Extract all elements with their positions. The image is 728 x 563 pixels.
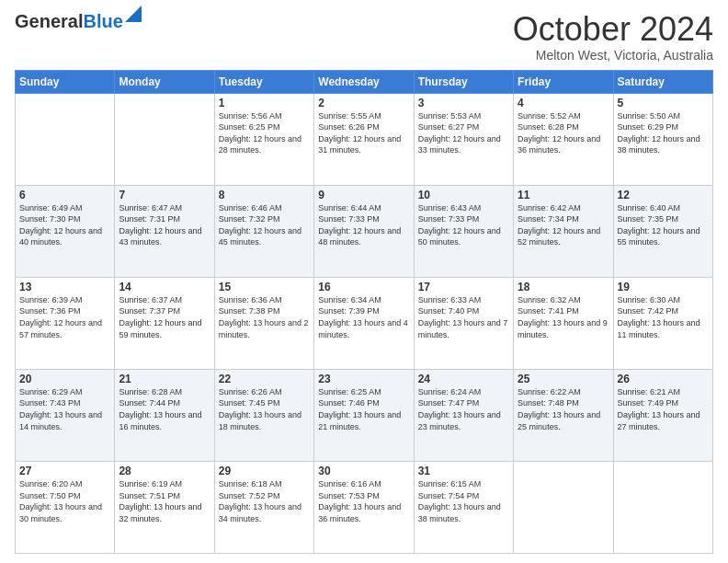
table-row: 25Sunrise: 6:22 AMSunset: 7:48 PMDayligh… — [514, 369, 613, 461]
logo: GeneralBlue — [15, 11, 123, 32]
col-thursday: Thursday — [414, 70, 513, 93]
calendar-header-row: Sunday Monday Tuesday Wednesday Thursday… — [16, 70, 713, 93]
table-row: 23Sunrise: 6:25 AMSunset: 7:46 PMDayligh… — [314, 369, 414, 461]
day-info: Sunrise: 6:33 AMSunset: 7:40 PMDaylight:… — [418, 294, 509, 340]
page: GeneralBlue October 2024 Melton West, Vi… — [0, 0, 728, 563]
table-row: 10Sunrise: 6:43 AMSunset: 7:33 PMDayligh… — [414, 185, 513, 277]
day-number: 25 — [518, 373, 609, 385]
day-number: 17 — [418, 281, 509, 293]
logo-icon — [125, 6, 142, 22]
table-row: 2Sunrise: 5:55 AMSunset: 6:26 PMDaylight… — [314, 93, 414, 185]
table-row: 17Sunrise: 6:33 AMSunset: 7:40 PMDayligh… — [414, 277, 513, 369]
day-info: Sunrise: 6:44 AMSunset: 7:33 PMDaylight:… — [318, 202, 409, 248]
table-row: 16Sunrise: 6:34 AMSunset: 7:39 PMDayligh… — [314, 277, 414, 369]
day-info: Sunrise: 6:49 AMSunset: 7:30 PMDaylight:… — [19, 202, 110, 248]
calendar-week-row: 20Sunrise: 6:29 AMSunset: 7:43 PMDayligh… — [16, 369, 713, 461]
table-row: 8Sunrise: 6:46 AMSunset: 7:32 PMDaylight… — [214, 185, 313, 277]
day-info: Sunrise: 5:50 AMSunset: 6:29 PMDaylight:… — [618, 110, 709, 156]
table-row: 9Sunrise: 6:44 AMSunset: 7:33 PMDaylight… — [314, 185, 414, 277]
day-number: 6 — [19, 189, 110, 201]
day-number: 2 — [318, 97, 409, 109]
logo-blue: Blue — [83, 11, 122, 31]
day-number: 23 — [318, 373, 409, 385]
day-number: 1 — [219, 97, 310, 109]
day-number: 30 — [318, 465, 409, 477]
table-row: 18Sunrise: 6:32 AMSunset: 7:41 PMDayligh… — [514, 277, 613, 369]
day-info: Sunrise: 6:26 AMSunset: 7:45 PMDaylight:… — [219, 386, 310, 432]
calendar-table: Sunday Monday Tuesday Wednesday Thursday… — [15, 70, 713, 554]
table-row: 21Sunrise: 6:28 AMSunset: 7:44 PMDayligh… — [115, 369, 214, 461]
table-row: 13Sunrise: 6:39 AMSunset: 7:36 PMDayligh… — [16, 277, 115, 369]
day-number: 10 — [418, 189, 509, 201]
col-tuesday: Tuesday — [214, 70, 313, 93]
day-info: Sunrise: 5:52 AMSunset: 6:28 PMDaylight:… — [518, 110, 609, 156]
day-number: 22 — [219, 373, 310, 385]
col-friday: Friday — [514, 70, 613, 93]
day-number: 9 — [318, 189, 409, 201]
day-info: Sunrise: 6:15 AMSunset: 7:54 PMDaylight:… — [418, 478, 509, 524]
day-info: Sunrise: 6:36 AMSunset: 7:38 PMDaylight:… — [219, 294, 310, 340]
day-info: Sunrise: 6:30 AMSunset: 7:42 PMDaylight:… — [618, 294, 709, 340]
day-number: 14 — [119, 281, 210, 293]
day-info: Sunrise: 6:28 AMSunset: 7:44 PMDaylight:… — [119, 386, 210, 432]
calendar-week-row: 13Sunrise: 6:39 AMSunset: 7:36 PMDayligh… — [16, 277, 713, 369]
day-info: Sunrise: 6:34 AMSunset: 7:39 PMDaylight:… — [318, 294, 409, 340]
location: Melton West, Victoria, Australia — [513, 48, 713, 63]
table-row: 3Sunrise: 5:53 AMSunset: 6:27 PMDaylight… — [414, 93, 513, 185]
table-row: 26Sunrise: 6:21 AMSunset: 7:49 PMDayligh… — [613, 369, 712, 461]
table-row: 20Sunrise: 6:29 AMSunset: 7:43 PMDayligh… — [16, 369, 115, 461]
day-number: 7 — [119, 189, 210, 201]
calendar-week-row: 27Sunrise: 6:20 AMSunset: 7:50 PMDayligh… — [16, 461, 713, 553]
svg-marker-0 — [125, 6, 142, 22]
table-row: 1Sunrise: 5:56 AMSunset: 6:25 PMDaylight… — [214, 93, 313, 185]
day-number: 18 — [518, 281, 609, 293]
col-saturday: Saturday — [613, 70, 712, 93]
table-row: 5Sunrise: 5:50 AMSunset: 6:29 PMDaylight… — [613, 93, 712, 185]
day-number: 19 — [618, 281, 709, 293]
table-row: 6Sunrise: 6:49 AMSunset: 7:30 PMDaylight… — [16, 185, 115, 277]
table-row — [16, 93, 115, 185]
day-info: Sunrise: 5:55 AMSunset: 6:26 PMDaylight:… — [318, 110, 409, 156]
header: GeneralBlue October 2024 Melton West, Vi… — [15, 11, 713, 63]
day-info: Sunrise: 6:18 AMSunset: 7:52 PMDaylight:… — [219, 478, 310, 524]
day-info: Sunrise: 6:19 AMSunset: 7:51 PMDaylight:… — [119, 478, 210, 524]
table-row: 15Sunrise: 6:36 AMSunset: 7:38 PMDayligh… — [214, 277, 313, 369]
day-number: 24 — [418, 373, 509, 385]
col-monday: Monday — [115, 70, 214, 93]
table-row: 4Sunrise: 5:52 AMSunset: 6:28 PMDaylight… — [514, 93, 613, 185]
day-number: 15 — [219, 281, 310, 293]
table-row: 29Sunrise: 6:18 AMSunset: 7:52 PMDayligh… — [214, 461, 313, 553]
day-info: Sunrise: 6:21 AMSunset: 7:49 PMDaylight:… — [618, 386, 709, 432]
table-row — [115, 93, 214, 185]
day-info: Sunrise: 5:56 AMSunset: 6:25 PMDaylight:… — [219, 110, 310, 156]
table-row: 30Sunrise: 6:16 AMSunset: 7:53 PMDayligh… — [314, 461, 414, 553]
table-row: 27Sunrise: 6:20 AMSunset: 7:50 PMDayligh… — [16, 461, 115, 553]
table-row: 31Sunrise: 6:15 AMSunset: 7:54 PMDayligh… — [414, 461, 513, 553]
table-row: 24Sunrise: 6:24 AMSunset: 7:47 PMDayligh… — [414, 369, 513, 461]
table-row: 7Sunrise: 6:47 AMSunset: 7:31 PMDaylight… — [115, 185, 214, 277]
table-row: 11Sunrise: 6:42 AMSunset: 7:34 PMDayligh… — [514, 185, 613, 277]
day-number: 21 — [119, 373, 210, 385]
day-number: 11 — [518, 189, 609, 201]
day-info: Sunrise: 6:32 AMSunset: 7:41 PMDaylight:… — [518, 294, 609, 340]
day-info: Sunrise: 5:53 AMSunset: 6:27 PMDaylight:… — [418, 110, 509, 156]
calendar-week-row: 1Sunrise: 5:56 AMSunset: 6:25 PMDaylight… — [16, 93, 713, 185]
col-wednesday: Wednesday — [314, 70, 414, 93]
day-info: Sunrise: 6:29 AMSunset: 7:43 PMDaylight:… — [19, 386, 110, 432]
day-number: 20 — [19, 373, 110, 385]
day-number: 29 — [219, 465, 310, 477]
day-info: Sunrise: 6:22 AMSunset: 7:48 PMDaylight:… — [518, 386, 609, 432]
day-number: 27 — [19, 465, 110, 477]
title-section: October 2024 Melton West, Victoria, Aust… — [513, 11, 713, 63]
day-info: Sunrise: 6:43 AMSunset: 7:33 PMDaylight:… — [418, 202, 509, 248]
day-number: 4 — [518, 97, 609, 109]
day-info: Sunrise: 6:37 AMSunset: 7:37 PMDaylight:… — [119, 294, 210, 340]
day-number: 8 — [219, 189, 310, 201]
day-info: Sunrise: 6:20 AMSunset: 7:50 PMDaylight:… — [19, 478, 110, 524]
day-info: Sunrise: 6:46 AMSunset: 7:32 PMDaylight:… — [219, 202, 310, 248]
table-row: 19Sunrise: 6:30 AMSunset: 7:42 PMDayligh… — [613, 277, 712, 369]
day-number: 16 — [318, 281, 409, 293]
day-number: 12 — [618, 189, 709, 201]
day-info: Sunrise: 6:42 AMSunset: 7:34 PMDaylight:… — [518, 202, 609, 248]
table-row: 28Sunrise: 6:19 AMSunset: 7:51 PMDayligh… — [115, 461, 214, 553]
